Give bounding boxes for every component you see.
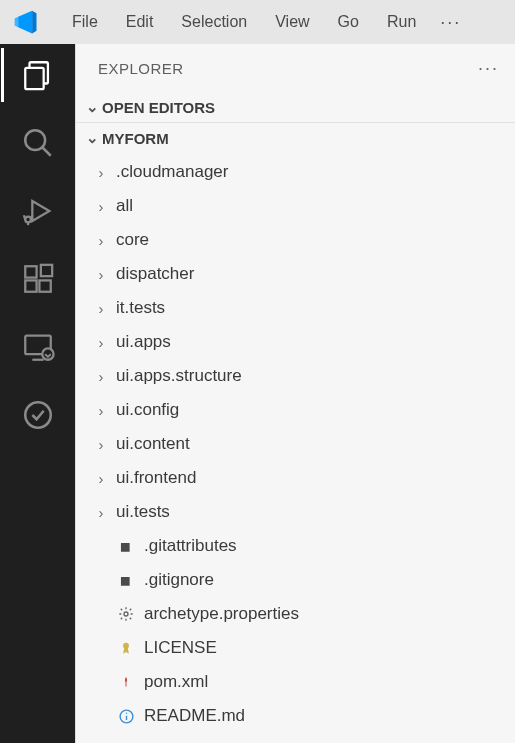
svg-rect-12 — [40, 265, 51, 276]
tree-item-label: ui.config — [116, 400, 179, 420]
svg-rect-9 — [25, 266, 36, 277]
workspace-section[interactable]: ⌄ MYFORM — [76, 123, 515, 153]
license-icon — [116, 638, 136, 658]
menubar: File Edit Selection View Go Run ··· — [0, 0, 515, 44]
svg-rect-19 — [126, 683, 127, 687]
chevron-right-icon: › — [94, 198, 108, 215]
folder-row[interactable]: ›ui.frontend — [76, 461, 515, 495]
svg-line-7 — [30, 215, 31, 219]
vscode-logo-icon — [12, 8, 40, 36]
chevron-right-icon: › — [94, 368, 108, 385]
svg-point-5 — [25, 217, 31, 223]
menu-run[interactable]: Run — [373, 9, 430, 35]
tree-item-label: it.tests — [116, 298, 165, 318]
svg-line-6 — [23, 215, 24, 219]
explorer-icon[interactable] — [17, 54, 59, 96]
folder-row[interactable]: ›it.tests — [76, 291, 515, 325]
folder-row[interactable]: ›ui.content — [76, 427, 515, 461]
sidebar-more-icon[interactable]: ··· — [478, 58, 499, 79]
chevron-right-icon: › — [94, 504, 108, 521]
svg-marker-4 — [32, 201, 49, 221]
sidebar-header: EXPLORER ··· — [76, 44, 515, 92]
folder-row[interactable]: ›ui.apps.structure — [76, 359, 515, 393]
svg-point-16 — [25, 402, 51, 428]
tree-item-label: pom.xml — [144, 672, 208, 692]
tree-item-label: ui.tests — [116, 502, 170, 522]
folder-row[interactable]: ›all — [76, 189, 515, 223]
svg-point-22 — [125, 712, 126, 713]
open-editors-label: OPEN EDITORS — [102, 99, 215, 116]
file-row[interactable]: pom.xml — [76, 665, 515, 699]
xml-file-icon — [116, 672, 136, 692]
tree-item-label: core — [116, 230, 149, 250]
chevron-down-icon: ⌄ — [82, 129, 102, 147]
svg-line-3 — [42, 147, 51, 156]
tree-item-label: ui.content — [116, 434, 190, 454]
git-file-icon: ◆ — [112, 566, 140, 594]
remote-explorer-icon[interactable] — [17, 326, 59, 368]
tree-item-label: README.md — [144, 706, 245, 726]
menu-overflow-icon[interactable]: ··· — [430, 8, 471, 37]
menu-file[interactable]: File — [58, 9, 112, 35]
tree-item-label: .cloudmanager — [116, 162, 228, 182]
folder-row[interactable]: ›dispatcher — [76, 257, 515, 291]
menu-selection[interactable]: Selection — [167, 9, 261, 35]
explorer-sidebar: EXPLORER ··· ⌄ OPEN EDITORS ⌄ MYFORM ›.c… — [75, 44, 515, 743]
chevron-right-icon: › — [94, 402, 108, 419]
svg-rect-1 — [25, 68, 43, 89]
folder-row[interactable]: ›ui.config — [76, 393, 515, 427]
testing-icon[interactable] — [17, 394, 59, 436]
search-icon[interactable] — [17, 122, 59, 164]
activity-bar — [0, 44, 75, 743]
tree-item-label: ui.frontend — [116, 468, 196, 488]
run-debug-icon[interactable] — [17, 190, 59, 232]
svg-point-17 — [124, 612, 128, 616]
folder-row[interactable]: ›ui.tests — [76, 495, 515, 529]
tree-item-label: all — [116, 196, 133, 216]
svg-point-18 — [123, 643, 129, 649]
chevron-right-icon: › — [94, 436, 108, 453]
svg-rect-10 — [25, 280, 36, 291]
chevron-right-icon: › — [94, 300, 108, 317]
tree-item-label: .gitattributes — [144, 536, 237, 556]
svg-rect-11 — [39, 280, 50, 291]
tree-item-label: .gitignore — [144, 570, 214, 590]
file-row[interactable]: LICENSE — [76, 631, 515, 665]
gear-icon — [116, 604, 136, 624]
chevron-right-icon: › — [94, 334, 108, 351]
menu-go[interactable]: Go — [324, 9, 373, 35]
folder-row[interactable]: ›core — [76, 223, 515, 257]
chevron-down-icon: ⌄ — [82, 98, 102, 116]
tree-item-label: LICENSE — [144, 638, 217, 658]
folder-row[interactable]: ›ui.apps — [76, 325, 515, 359]
info-icon — [116, 706, 136, 726]
tree-item-label: ui.apps.structure — [116, 366, 242, 386]
file-row[interactable]: ◆.gitattributes — [76, 529, 515, 563]
file-row[interactable]: archetype.properties — [76, 597, 515, 631]
main-area: EXPLORER ··· ⌄ OPEN EDITORS ⌄ MYFORM ›.c… — [0, 44, 515, 743]
menu-view[interactable]: View — [261, 9, 323, 35]
git-file-icon: ◆ — [112, 532, 140, 560]
svg-point-2 — [25, 130, 45, 150]
folder-row[interactable]: ›.cloudmanager — [76, 155, 515, 189]
chevron-right-icon: › — [94, 266, 108, 283]
tree-item-label: dispatcher — [116, 264, 194, 284]
tree-item-label: archetype.properties — [144, 604, 299, 624]
sidebar-title: EXPLORER — [98, 60, 184, 77]
chevron-right-icon: › — [94, 164, 108, 181]
workspace-label: MYFORM — [102, 130, 169, 147]
chevron-right-icon: › — [94, 470, 108, 487]
open-editors-section[interactable]: ⌄ OPEN EDITORS — [76, 92, 515, 123]
chevron-right-icon: › — [94, 232, 108, 249]
menu-edit[interactable]: Edit — [112, 9, 168, 35]
file-row[interactable]: README.md — [76, 699, 515, 733]
extensions-icon[interactable] — [17, 258, 59, 300]
file-tree: ›.cloudmanager›all›core›dispatcher›it.te… — [76, 153, 515, 741]
tree-item-label: ui.apps — [116, 332, 171, 352]
file-row[interactable]: ◆.gitignore — [76, 563, 515, 597]
